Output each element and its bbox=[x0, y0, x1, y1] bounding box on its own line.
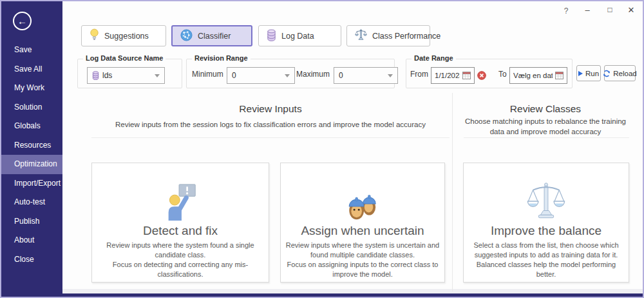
classifier-network-icon bbox=[180, 29, 193, 43]
close-button[interactable]: ✕ bbox=[624, 5, 638, 15]
review-classes-description: Choose matching inputs to rebalance the … bbox=[464, 117, 627, 137]
card-description-line: Select a class from the list, then choos… bbox=[469, 241, 624, 260]
review-classes-title: Review Classes bbox=[460, 103, 631, 115]
divider bbox=[91, 137, 450, 138]
review-inputs-description: Review inputs from the session logs to f… bbox=[91, 120, 450, 130]
back-button[interactable]: ← bbox=[13, 12, 32, 30]
sidebar-item-resources[interactable]: Resources bbox=[1, 136, 62, 155]
tab-label: Log Data bbox=[281, 32, 314, 41]
tab-label: Classifier bbox=[198, 32, 231, 41]
tab-classifier[interactable]: Classifier bbox=[171, 25, 252, 46]
tab-log-data[interactable]: Log Data bbox=[258, 25, 341, 46]
minimum-label: Minimum bbox=[192, 59, 223, 89]
card-description-line: Balanced classes help the model performi… bbox=[469, 260, 624, 279]
workers-icon bbox=[344, 176, 381, 221]
sidebar-item-my-work[interactable]: My Work bbox=[1, 79, 62, 98]
minimize-button[interactable]: – bbox=[580, 5, 594, 15]
app-window: ← Save Save All My Work Solution Globals… bbox=[0, 0, 644, 298]
run-button[interactable]: Run bbox=[576, 65, 601, 81]
sidebar-item-save[interactable]: Save bbox=[1, 41, 62, 60]
sidebar-item-close[interactable]: Close bbox=[1, 250, 62, 270]
review-inputs-title: Review Inputs bbox=[91, 103, 450, 115]
detect-and-fix-card[interactable]: Detect and fix Review inputs where the s… bbox=[91, 163, 269, 283]
help-button[interactable]: ? bbox=[559, 6, 573, 15]
group-label: Log Data Source Name bbox=[83, 54, 166, 62]
combobox-value: 0 bbox=[232, 71, 236, 80]
database-icon bbox=[92, 71, 99, 80]
from-label: From bbox=[410, 59, 428, 89]
sidebar-item-auto-test[interactable]: Auto-test bbox=[1, 193, 62, 212]
sidebar-item-about[interactable]: About bbox=[1, 231, 62, 250]
date-range-group: Date Range From 1/1/2023 To bbox=[406, 59, 573, 88]
maximum-combobox[interactable]: 0 bbox=[334, 67, 398, 84]
lightbulb-icon bbox=[90, 28, 99, 43]
calendar-icon bbox=[462, 72, 471, 79]
sidebar-item-solution[interactable]: Solution bbox=[1, 98, 62, 117]
divider bbox=[464, 137, 629, 138]
sidebar-nav: Save Save All My Work Solution Globals R… bbox=[1, 41, 62, 269]
chevron-down-icon bbox=[285, 74, 290, 77]
tab-label: Suggestions bbox=[104, 32, 149, 41]
clear-date-icon[interactable] bbox=[477, 71, 486, 80]
revision-range-group: Revision Range Minimum 0 Maximum 0 bbox=[186, 59, 395, 88]
tab-suggestions[interactable]: Suggestions bbox=[81, 25, 166, 46]
bottom-resize-strip bbox=[62, 289, 643, 293]
assign-when-uncertain-card[interactable]: Assign when uncertain Review inputs wher… bbox=[280, 163, 445, 283]
to-label: To bbox=[498, 59, 507, 89]
card-title: Improve the balance bbox=[491, 224, 601, 238]
minimum-combobox[interactable]: 0 bbox=[227, 67, 295, 84]
date-value: 1/1/2023 bbox=[435, 72, 460, 79]
card-description-line: Focus on assigning inputs to the correct… bbox=[286, 260, 440, 279]
date-value: Vælg en dato bbox=[513, 72, 553, 79]
card-title: Detect and fix bbox=[143, 224, 218, 238]
reload-label: Reload bbox=[613, 70, 636, 77]
combobox-value: lds bbox=[102, 71, 112, 80]
card-description-line: Focus on detecting and correcting any mi… bbox=[97, 260, 263, 279]
sidebar-item-publish[interactable]: Publish bbox=[1, 212, 62, 232]
log-data-source-group: Log Data Source Name lds bbox=[77, 59, 182, 88]
section-divider bbox=[452, 93, 453, 292]
from-date-picker[interactable]: 1/1/2023 bbox=[431, 67, 475, 84]
to-date-picker[interactable]: Vælg en dato bbox=[509, 67, 567, 84]
calendar-icon bbox=[555, 72, 564, 79]
maximize-button[interactable]: □ bbox=[603, 5, 617, 14]
improve-the-balance-card[interactable]: Improve the balance Select a class from … bbox=[463, 163, 629, 283]
chevron-down-icon bbox=[155, 74, 160, 77]
balance-scale-icon bbox=[526, 176, 566, 221]
reload-button[interactable]: Reload bbox=[604, 65, 636, 81]
run-label: Run bbox=[585, 70, 599, 77]
back-arrow-icon: ← bbox=[17, 15, 27, 26]
sidebar-item-import-export[interactable]: Import/Export bbox=[1, 174, 62, 194]
sidebar-item-optimization[interactable]: Optimization bbox=[1, 155, 62, 174]
card-description-line: Review inputs where the system is uncert… bbox=[286, 241, 440, 260]
bottom-border bbox=[1, 293, 643, 297]
raised-sign-alert-icon bbox=[162, 176, 199, 221]
maximum-label: Maximum bbox=[296, 59, 330, 89]
tab-class-performance[interactable]: Class Performance bbox=[346, 25, 430, 46]
card-description-line: Review inputs where the system found a s… bbox=[97, 241, 263, 260]
database-icon bbox=[267, 29, 276, 43]
sidebar-item-save-all[interactable]: Save All bbox=[1, 60, 62, 79]
balance-scale-icon bbox=[355, 29, 367, 43]
reload-icon bbox=[603, 70, 611, 77]
sidebar-item-globals[interactable]: Globals bbox=[1, 117, 62, 136]
card-title: Assign when uncertain bbox=[301, 224, 424, 238]
combobox-value: 0 bbox=[339, 71, 343, 80]
play-icon bbox=[578, 71, 583, 76]
chevron-down-icon bbox=[388, 74, 393, 77]
sidebar: ← Save Save All My Work Solution Globals… bbox=[1, 1, 62, 297]
tab-label: Class Performance bbox=[372, 32, 440, 41]
log-data-source-combobox[interactable]: lds bbox=[87, 67, 165, 84]
